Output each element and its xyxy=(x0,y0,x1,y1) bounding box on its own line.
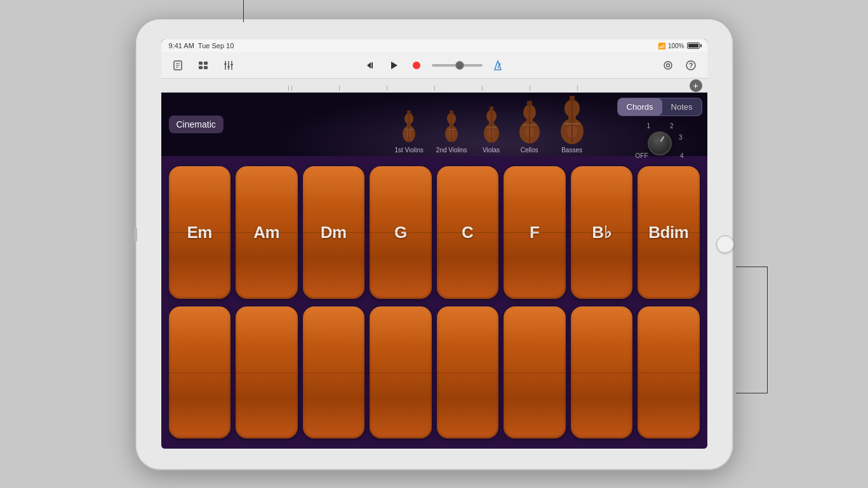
chord-pad-bottom-6[interactable] xyxy=(504,307,566,439)
svg-rect-13 xyxy=(230,64,233,65)
chord-pad-divider-g xyxy=(370,232,432,233)
chord-pad-bottom-5[interactable] xyxy=(437,307,499,439)
battery-percent: 100% xyxy=(668,43,684,49)
track-header: Cinematic xyxy=(161,93,707,156)
instrument-cellos: Cellos xyxy=(516,106,544,154)
autoplay-label-3: 3 xyxy=(679,134,683,141)
rewind-button[interactable] xyxy=(361,56,381,74)
svg-rect-11 xyxy=(224,63,227,65)
chord-pad-divider-bb xyxy=(571,232,633,233)
chord-pad-bottom-1[interactable] xyxy=(169,307,231,439)
chord-pad-bottom-7[interactable] xyxy=(571,307,633,439)
track-name-badge: Cinematic xyxy=(169,115,224,133)
mixer-button[interactable] xyxy=(218,56,239,74)
instrument-image-violas xyxy=(480,106,503,144)
chord-pad-em[interactable]: Em xyxy=(169,166,231,299)
ipad-frame: 9:41 AM Tue Sep 10 📶 100% xyxy=(136,19,733,470)
svg-rect-12 xyxy=(227,66,230,67)
chord-pad-bottom-2[interactable] xyxy=(236,307,298,439)
chord-pad-divider-b2 xyxy=(236,373,298,373)
autoplay-label-4: 4 xyxy=(680,152,684,159)
chord-pad-bottom-4[interactable] xyxy=(370,307,432,439)
instrument-violas: Violas xyxy=(480,106,503,154)
instrument-label-1st-violins: 1st Violins xyxy=(394,147,423,154)
ruler-marks: 1 2 3 4 5 xyxy=(288,79,625,92)
transport-controls xyxy=(361,56,508,74)
svg-marker-16 xyxy=(391,62,397,69)
svg-marker-14 xyxy=(367,62,371,69)
chord-pad-divider-b8 xyxy=(638,373,700,373)
chord-pad-divider-dm xyxy=(303,232,365,233)
volume-slider[interactable] xyxy=(432,64,483,67)
chord-pad-divider-em xyxy=(169,232,231,233)
toolbar: ? xyxy=(161,52,707,79)
ipad-screen: 9:41 AM Tue Sep 10 📶 100% xyxy=(161,39,707,449)
instrument-2nd-violins: 2nd Violins xyxy=(436,106,467,154)
svg-text:?: ? xyxy=(688,62,693,69)
chord-pad-g[interactable]: G xyxy=(370,166,432,299)
tracks-button[interactable] xyxy=(193,56,213,74)
chord-pad-divider-b4 xyxy=(370,373,432,373)
svg-rect-58 xyxy=(570,96,575,101)
track-name-area: Cinematic xyxy=(161,93,276,156)
autoplay-label-off: OFF xyxy=(636,152,648,159)
help-button[interactable]: ? xyxy=(681,56,701,74)
svg-rect-44 xyxy=(490,107,493,110)
svg-point-17 xyxy=(413,62,420,69)
chord-pad-dm[interactable]: Dm xyxy=(303,166,365,299)
instrument-label-violas: Violas xyxy=(483,147,500,154)
settings-button[interactable] xyxy=(658,56,678,74)
metronome-button[interactable] xyxy=(488,56,508,74)
svg-rect-5 xyxy=(204,62,208,65)
instrument-label-cellos: Cellos xyxy=(521,147,538,154)
chord-notes-toggle: Chords Notes xyxy=(617,98,702,116)
chord-pad-divider-b5 xyxy=(437,373,499,373)
chord-pad-divider-f xyxy=(504,232,566,233)
track-name: Cinematic xyxy=(177,119,216,129)
document-button[interactable] xyxy=(168,56,188,74)
instrument-label-basses: Basses xyxy=(561,147,582,154)
annotation-line-top xyxy=(243,0,244,22)
chord-row-bottom xyxy=(169,307,700,439)
wifi-icon: 📶 xyxy=(658,43,665,49)
chord-pad-bottom-8[interactable] xyxy=(638,307,700,439)
chord-pads-area: Em Am Dm G C xyxy=(161,156,707,449)
chords-toggle-button[interactable]: Chords xyxy=(618,98,662,115)
chord-pad-divider-bdim xyxy=(638,232,700,233)
record-button[interactable] xyxy=(406,56,427,74)
notes-toggle-button[interactable]: Notes xyxy=(662,98,702,115)
chord-pad-bb[interactable]: B♭ xyxy=(571,166,633,299)
home-button[interactable] xyxy=(716,235,734,253)
status-right: 📶 100% xyxy=(658,43,700,49)
side-button[interactable] xyxy=(134,228,137,242)
svg-point-20 xyxy=(498,63,500,65)
status-bar: 9:41 AM Tue Sep 10 📶 100% xyxy=(161,39,707,52)
play-button[interactable] xyxy=(384,56,404,74)
status-time: 9:41 AM xyxy=(169,42,194,49)
autoplay-knob-container: OFF 1 2 3 4 xyxy=(634,121,685,166)
instrument-basses: Basses xyxy=(556,106,588,154)
chord-pad-divider-b6 xyxy=(504,373,566,373)
instrument-label-2nd-violins: 2nd Violins xyxy=(436,147,467,154)
chord-pad-c[interactable]: C xyxy=(437,166,499,299)
svg-point-22 xyxy=(666,63,669,67)
instrument-image-1st-violins xyxy=(399,106,419,144)
chord-pad-f[interactable]: F xyxy=(504,166,566,299)
svg-rect-4 xyxy=(199,62,203,65)
chord-pad-bottom-3[interactable] xyxy=(303,307,365,439)
chord-pad-divider-b1 xyxy=(169,373,231,373)
instrument-image-2nd-violins xyxy=(441,106,462,144)
chord-pad-divider-b7 xyxy=(571,373,633,373)
chord-pad-divider-c xyxy=(437,232,499,233)
svg-point-21 xyxy=(664,62,672,69)
add-track-button[interactable]: + xyxy=(690,79,702,92)
autoplay-label-1: 1 xyxy=(647,122,651,129)
toolbar-right: ? xyxy=(658,56,701,74)
svg-rect-30 xyxy=(407,110,411,114)
status-date: Tue Sep 10 xyxy=(198,42,234,49)
autoplay-knob[interactable] xyxy=(648,131,672,155)
chord-pad-bdim[interactable]: Bdim xyxy=(638,166,700,299)
battery-fill xyxy=(688,44,698,48)
chord-pad-am[interactable]: Am xyxy=(236,166,298,299)
timeline-ruler: 1 2 3 4 5 xyxy=(161,79,707,93)
